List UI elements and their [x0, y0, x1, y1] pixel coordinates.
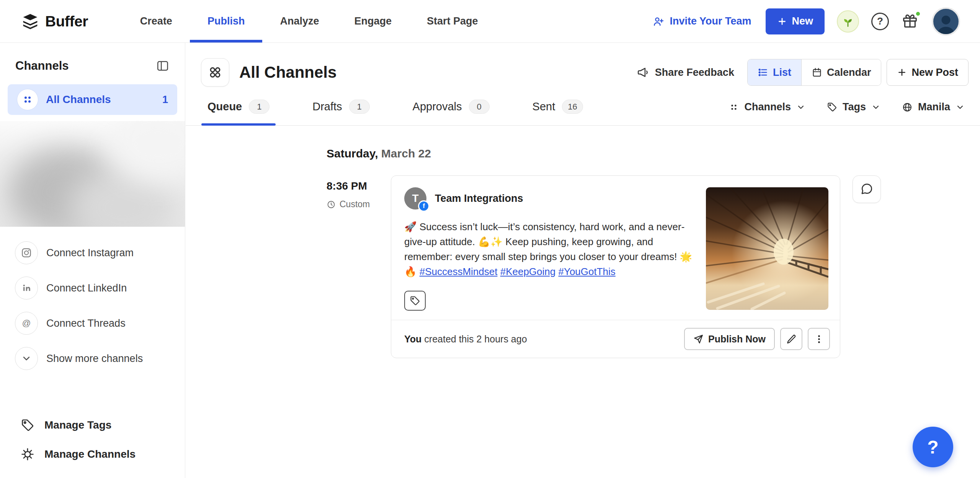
- chevron-down-icon: [956, 103, 965, 112]
- post-author-avatar: T f: [404, 187, 426, 210]
- clock-icon: [327, 200, 336, 209]
- chevron-down-icon: [796, 103, 805, 112]
- show-more-channels-button[interactable]: Show more channels: [0, 341, 185, 376]
- hashtag-link[interactable]: #SuccessMindset: [420, 266, 498, 277]
- instagram-icon: [15, 241, 38, 264]
- floating-help-button[interactable]: ?: [913, 427, 953, 467]
- manage-channels-button[interactable]: Manage Channels: [21, 447, 185, 461]
- gift-icon[interactable]: [901, 12, 920, 31]
- post-time: 8:36 PM: [327, 180, 391, 192]
- top-navbar: Buffer Create Publish Analyze Engage Sta…: [0, 0, 980, 43]
- all-channels-grid-icon: [17, 89, 38, 110]
- hashtag-link[interactable]: #YouGotThis: [558, 266, 615, 277]
- calendar-icon: [812, 67, 822, 78]
- channels-grid-icon: [729, 102, 739, 112]
- blurred-channel-preview: [0, 121, 185, 227]
- help-icon[interactable]: ?: [871, 13, 889, 30]
- sidebar-title: Channels: [15, 59, 69, 73]
- buffer-logo-icon: [21, 13, 39, 30]
- connect-instagram-button[interactable]: Connect Instagram: [0, 235, 185, 270]
- new-post-button[interactable]: New Post: [887, 59, 969, 86]
- tab-sent-count: 16: [562, 100, 583, 114]
- more-options-button[interactable]: [808, 328, 830, 350]
- connect-linkedin-button[interactable]: Connect LinkedIn: [0, 270, 185, 306]
- collapse-sidebar-icon[interactable]: [156, 59, 170, 73]
- question-mark-icon: ?: [927, 437, 938, 458]
- chevron-down-icon: [15, 347, 38, 370]
- hashtag-link[interactable]: #KeepGoing: [500, 266, 556, 277]
- nav-item-publish[interactable]: Publish: [190, 0, 263, 43]
- buffer-logo[interactable]: Buffer: [21, 0, 88, 43]
- threads-icon: @: [15, 312, 38, 335]
- linkedin-icon: [15, 277, 38, 300]
- plus-icon: [777, 16, 787, 26]
- post-created-info: You created this 2 hours ago: [404, 334, 527, 345]
- send-icon: [693, 334, 704, 344]
- chevron-down-icon: [871, 103, 880, 112]
- sidebar-item-all-channels[interactable]: All Channels 1: [8, 84, 177, 115]
- dots-vertical-icon: [814, 334, 824, 344]
- page-title: All Channels: [239, 63, 336, 82]
- date-header: Saturday, March 22: [327, 147, 980, 160]
- tab-drafts-count: 1: [349, 100, 370, 114]
- user-avatar[interactable]: [932, 7, 960, 36]
- post-image: [706, 187, 828, 310]
- speech-bubble-icon: [860, 183, 873, 196]
- scheduled-post-row: 8:36 PM Custom T: [327, 175, 980, 358]
- primary-nav: Create Publish Analyze Engage Start Page: [122, 0, 496, 43]
- post-tag-button[interactable]: [404, 291, 426, 311]
- channels-sidebar: Channels All Channels 1: [0, 43, 185, 478]
- all-channels-count: 1: [162, 94, 168, 106]
- list-icon: [758, 67, 768, 78]
- post-card: T f Team Integrations 🚀 Success isn’t lu…: [391, 175, 840, 358]
- post-author-name: Team Integrations: [435, 193, 523, 205]
- streak-plant-icon[interactable]: [837, 10, 859, 33]
- pencil-icon: [786, 334, 797, 344]
- share-feedback-button[interactable]: Share Feedback: [637, 66, 734, 79]
- tab-queue-count: 1: [249, 100, 270, 114]
- post-comments-button[interactable]: [853, 175, 881, 203]
- schedule-type: Custom: [327, 199, 391, 210]
- connect-channel-list: Connect Instagram Connect LinkedIn @ Con…: [0, 235, 185, 376]
- nav-item-create[interactable]: Create: [122, 0, 190, 43]
- tab-queue[interactable]: Queue 1: [207, 100, 270, 125]
- svg-text:@: @: [22, 318, 31, 328]
- invite-your-team-link[interactable]: Invite Your Team: [653, 15, 751, 27]
- connect-threads-button[interactable]: @ Connect Threads: [0, 306, 185, 341]
- gear-icon: [21, 447, 34, 461]
- new-button[interactable]: New: [766, 8, 825, 34]
- all-channels-page-icon: [201, 58, 229, 87]
- person-plus-icon: [653, 16, 664, 27]
- nav-item-start-page[interactable]: Start Page: [409, 0, 496, 43]
- notification-dot: [915, 11, 921, 17]
- tab-approvals-count: 0: [469, 100, 490, 114]
- main-content: All Channels Share Feedback: [186, 43, 980, 478]
- nav-item-engage[interactable]: Engage: [336, 0, 409, 43]
- view-toggle: List Calendar: [747, 59, 882, 86]
- publish-now-button[interactable]: Publish Now: [684, 328, 775, 350]
- tab-drafts[interactable]: Drafts 1: [312, 100, 369, 125]
- nav-item-analyze[interactable]: Analyze: [262, 0, 336, 43]
- megaphone-icon: [637, 66, 650, 79]
- facebook-badge-icon: f: [418, 200, 430, 212]
- tab-sent[interactable]: Sent 16: [532, 100, 583, 125]
- tab-approvals[interactable]: Approvals 0: [413, 100, 490, 125]
- channels-filter-dropdown[interactable]: Channels: [729, 101, 805, 113]
- sidebar-footer: Manage Tags Manage Channels: [0, 418, 185, 478]
- queue-tabs-row: Queue 1 Drafts 1 Approvals 0 Sent 16: [186, 100, 980, 126]
- post-body-text: 🚀 Success isn’t luck—it’s consistency, h…: [404, 219, 695, 279]
- edit-post-button[interactable]: [780, 328, 802, 350]
- brand-name: Buffer: [45, 13, 88, 30]
- tag-icon: [410, 295, 420, 306]
- tag-icon: [827, 102, 837, 112]
- plus-icon: [897, 67, 907, 77]
- timezone-dropdown[interactable]: Manila: [902, 101, 965, 113]
- tags-filter-dropdown[interactable]: Tags: [827, 101, 880, 113]
- tag-icon: [21, 418, 34, 432]
- view-toggle-list[interactable]: List: [748, 59, 801, 85]
- view-toggle-calendar[interactable]: Calendar: [801, 59, 881, 85]
- globe-icon: [902, 102, 913, 113]
- manage-tags-button[interactable]: Manage Tags: [21, 418, 185, 432]
